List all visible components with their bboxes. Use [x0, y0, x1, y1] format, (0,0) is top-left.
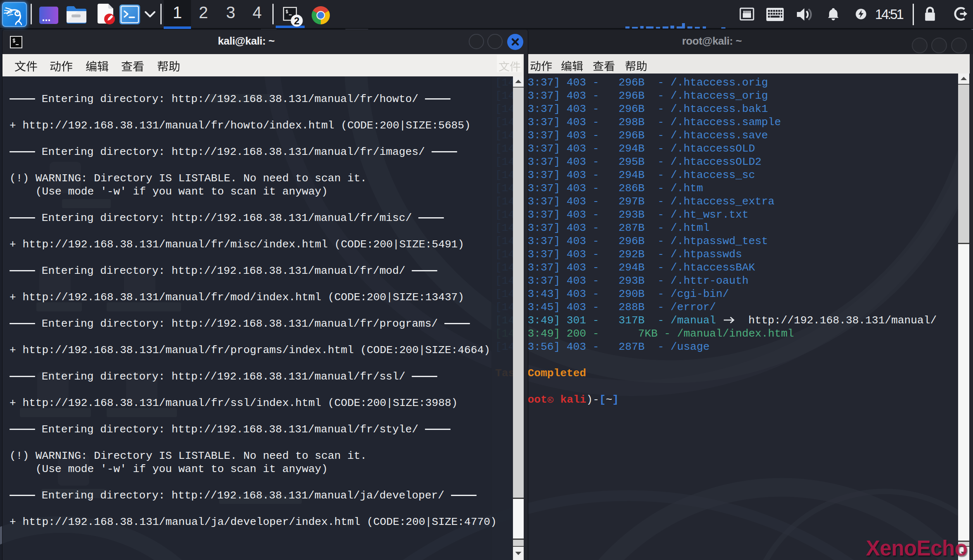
svg-text:2: 2 [294, 15, 299, 26]
